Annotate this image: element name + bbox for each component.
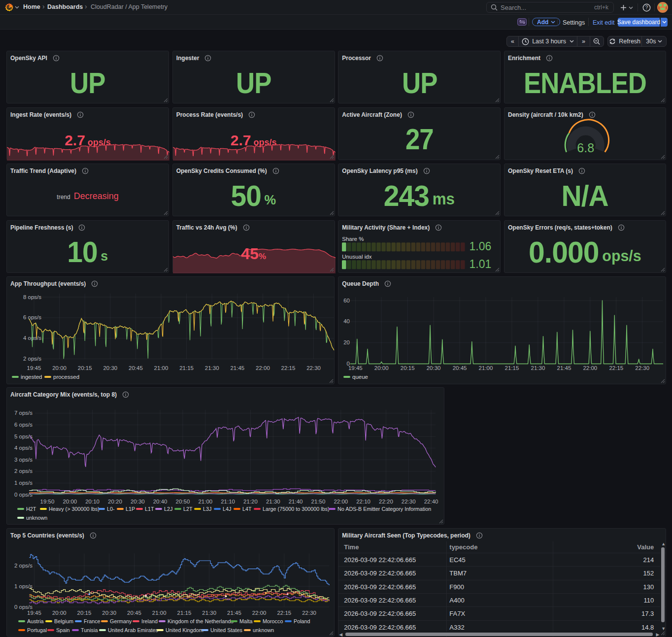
svg-text:Ireland: Ireland bbox=[141, 618, 158, 624]
svg-text:22:00: 22:00 bbox=[256, 365, 270, 370]
svg-text:20:15: 20:15 bbox=[401, 365, 415, 370]
svg-text:40: 40 bbox=[344, 318, 350, 324]
svg-text:ingested: ingested bbox=[21, 374, 42, 380]
svg-text:3 ops/s: 3 ops/s bbox=[14, 457, 33, 463]
svg-text:20:50: 20:50 bbox=[176, 499, 190, 504]
svg-text:20:15: 20:15 bbox=[77, 610, 92, 616]
svg-text:20:00: 20:00 bbox=[52, 610, 67, 616]
svg-text:22:00: 22:00 bbox=[252, 610, 267, 616]
svg-text:20:15: 20:15 bbox=[78, 365, 92, 370]
svg-text:2 ops/s: 2 ops/s bbox=[23, 356, 41, 362]
svg-text:20:30: 20:30 bbox=[102, 610, 116, 616]
svg-text:Spain: Spain bbox=[56, 627, 70, 633]
svg-text:21:45: 21:45 bbox=[230, 365, 244, 370]
svg-text:21:30: 21:30 bbox=[266, 499, 280, 504]
svg-text:20:45: 20:45 bbox=[127, 610, 141, 616]
svg-text:22:30: 22:30 bbox=[302, 610, 316, 616]
svg-text:Malta: Malta bbox=[239, 618, 252, 624]
svg-text:processed: processed bbox=[53, 374, 79, 380]
svg-text:20:30: 20:30 bbox=[427, 365, 441, 370]
svg-text:21:00: 21:00 bbox=[154, 365, 168, 370]
svg-text:6 ops/s: 6 ops/s bbox=[23, 314, 41, 320]
svg-text:H2T: H2T bbox=[26, 506, 36, 512]
svg-text:United Arab Emirates: United Arab Emirates bbox=[108, 627, 159, 633]
svg-text:Belgium: Belgium bbox=[54, 618, 73, 624]
svg-text:20:00: 20:00 bbox=[52, 365, 67, 370]
svg-text:Tunisia: Tunisia bbox=[81, 627, 98, 633]
svg-text:21:00: 21:00 bbox=[198, 499, 212, 504]
svg-text:6 ops/s: 6 ops/s bbox=[14, 422, 33, 428]
svg-text:Kingdom of the Netherlands: Kingdom of the Netherlands bbox=[168, 618, 234, 624]
svg-text:20: 20 bbox=[344, 339, 350, 345]
svg-text:21:15: 21:15 bbox=[505, 365, 519, 370]
svg-text:21:15: 21:15 bbox=[179, 365, 194, 370]
svg-text:L2J: L2J bbox=[164, 506, 172, 512]
svg-text:2 ops/s: 2 ops/s bbox=[14, 468, 33, 474]
svg-text:20:45: 20:45 bbox=[129, 365, 143, 370]
svg-text:22:30: 22:30 bbox=[636, 365, 650, 370]
svg-text:8 ops/s: 8 ops/s bbox=[23, 294, 41, 300]
svg-text:20:20: 20:20 bbox=[108, 499, 122, 504]
svg-text:20:00: 20:00 bbox=[374, 365, 389, 370]
svg-text:22:30: 22:30 bbox=[402, 499, 416, 504]
svg-text:Morocco: Morocco bbox=[263, 618, 283, 624]
svg-text:L3J: L3J bbox=[203, 506, 211, 512]
svg-text:21:30: 21:30 bbox=[202, 610, 216, 616]
svg-text:7 ops/s: 7 ops/s bbox=[14, 410, 33, 416]
svg-text:Large (75000 to 300000 lbs): Large (75000 to 300000 lbs) bbox=[263, 506, 330, 512]
svg-text:unknown: unknown bbox=[253, 627, 274, 633]
svg-text:22:15: 22:15 bbox=[609, 365, 624, 370]
svg-text:60: 60 bbox=[344, 297, 350, 303]
svg-text:21:30: 21:30 bbox=[205, 365, 219, 370]
svg-text:Portugal: Portugal bbox=[27, 627, 47, 633]
svg-text:Heavy (> 300000 lbs): Heavy (> 300000 lbs) bbox=[49, 506, 100, 512]
svg-text:19:45: 19:45 bbox=[348, 365, 363, 370]
svg-text:1.01: 1.01 bbox=[470, 258, 492, 270]
svg-text:Austria: Austria bbox=[27, 618, 44, 624]
svg-text:4 ops/s: 4 ops/s bbox=[14, 445, 33, 451]
svg-text:21:45: 21:45 bbox=[557, 365, 571, 370]
svg-text:L1P: L1P bbox=[126, 506, 135, 512]
svg-text:20:30: 20:30 bbox=[131, 499, 145, 504]
svg-text:22:10: 22:10 bbox=[356, 499, 370, 504]
svg-text:Germany: Germany bbox=[110, 618, 132, 624]
svg-text:20:45: 20:45 bbox=[453, 365, 467, 370]
svg-text:21:00: 21:00 bbox=[479, 365, 493, 370]
svg-text:20:00: 20:00 bbox=[63, 499, 77, 504]
svg-text:L0-: L0- bbox=[107, 506, 115, 512]
svg-text:22:00: 22:00 bbox=[334, 499, 348, 504]
svg-text:0 ops/s: 0 ops/s bbox=[14, 604, 33, 610]
svg-text:21:45: 21:45 bbox=[227, 610, 241, 616]
svg-text:21:20: 21:20 bbox=[243, 499, 258, 504]
svg-text:22:40: 22:40 bbox=[424, 499, 438, 504]
svg-text:United States: United States bbox=[210, 627, 242, 633]
svg-text:L4T: L4T bbox=[242, 506, 252, 512]
svg-text:22:15: 22:15 bbox=[277, 610, 291, 616]
svg-text:20:10: 20:10 bbox=[85, 499, 100, 504]
svg-text:No ADS-B Emitter Category Info: No ADS-B Emitter Category Information bbox=[337, 506, 431, 512]
svg-text:21:50: 21:50 bbox=[311, 499, 326, 504]
svg-text:L2T: L2T bbox=[183, 506, 193, 512]
svg-text:20:40: 20:40 bbox=[153, 499, 168, 504]
svg-text:19:45: 19:45 bbox=[27, 365, 41, 370]
svg-text:France: France bbox=[84, 618, 101, 624]
svg-text:21:30: 21:30 bbox=[531, 365, 545, 370]
svg-text:21:15: 21:15 bbox=[177, 610, 192, 616]
svg-text:22:15: 22:15 bbox=[281, 365, 296, 370]
svg-text:21:40: 21:40 bbox=[289, 499, 303, 504]
svg-text:21:10: 21:10 bbox=[221, 499, 235, 504]
svg-text:20:30: 20:30 bbox=[103, 365, 117, 370]
svg-text:1 ops/s: 1 ops/s bbox=[14, 480, 33, 486]
svg-text:queue: queue bbox=[352, 374, 368, 380]
svg-text:Poland: Poland bbox=[294, 618, 310, 624]
svg-text:19:50: 19:50 bbox=[40, 499, 55, 504]
svg-text:2 ops/s: 2 ops/s bbox=[14, 563, 33, 569]
svg-text:L4J: L4J bbox=[223, 506, 231, 512]
svg-text:19:45: 19:45 bbox=[27, 610, 41, 616]
svg-text:22:00: 22:00 bbox=[583, 365, 598, 370]
svg-text:L1T: L1T bbox=[145, 506, 154, 512]
svg-text:unknown: unknown bbox=[26, 515, 47, 521]
svg-text:22:30: 22:30 bbox=[306, 365, 321, 370]
svg-text:22:20: 22:20 bbox=[379, 499, 393, 504]
svg-text:6.8: 6.8 bbox=[577, 140, 594, 154]
